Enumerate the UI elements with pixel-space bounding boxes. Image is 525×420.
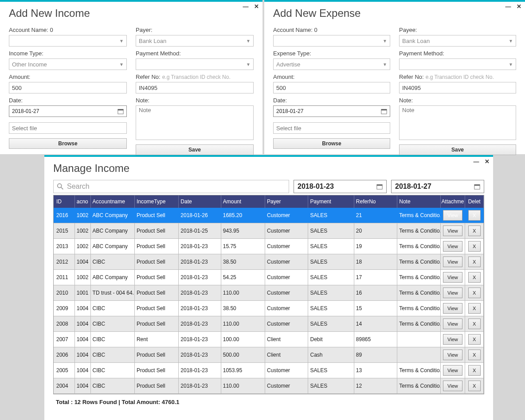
col-amount[interactable]: Amount (221, 195, 265, 208)
cell-delete: X (465, 239, 484, 254)
cell-note: Terms & Conditio... (397, 239, 440, 254)
delete-button[interactable]: X (468, 303, 481, 314)
refer-no-input[interactable] (136, 82, 254, 93)
amount-input[interactable] (273, 82, 390, 93)
view-button[interactable]: View (443, 334, 462, 345)
close-button[interactable]: ✕ (515, 3, 522, 10)
account-name-combo[interactable]: ▼ (273, 35, 390, 47)
col-id[interactable]: ID (54, 195, 75, 208)
delete-button[interactable]: X (468, 319, 481, 329)
payer-combo[interactable]: Bank Loan▼ (136, 35, 254, 47)
col-delete[interactable]: Delet (465, 195, 484, 208)
browse-button[interactable]: Browse (273, 138, 390, 149)
close-button[interactable]: ✕ (483, 158, 490, 165)
account-name-label: Account Name: 0 (273, 27, 390, 33)
delete-button[interactable]: X (468, 334, 481, 345)
date-input[interactable]: 2018-01-27 (9, 105, 127, 117)
table-row[interactable]: 20081004CIBCProduct Sell2018-01-23110.00… (54, 316, 484, 332)
table-row[interactable]: 20151002ABC CompanyProduct Sell2018-01-2… (54, 223, 484, 239)
cell-note: Terms & Conditio... (397, 285, 440, 300)
delete-button[interactable]: X (468, 257, 481, 267)
view-button[interactable]: View (443, 303, 462, 314)
delete-button[interactable]: X (468, 350, 481, 360)
table-row[interactable]: 20131002ABC CompanyProduct Sell2018-01-2… (54, 239, 484, 254)
cell-id: 2008 (54, 316, 75, 331)
search-input[interactable]: Search (53, 180, 289, 193)
view-button[interactable]: View (443, 226, 462, 236)
view-button[interactable]: View (443, 241, 462, 252)
cell-acno: 1004 (75, 378, 91, 393)
col-attachment[interactable]: Attachme (441, 195, 466, 208)
cell-id: 2010 (54, 285, 75, 300)
view-button[interactable]: View (443, 257, 462, 267)
minimize-button[interactable]: — (473, 158, 480, 165)
table-row[interactable]: 20161002ABC CompanyProduct Sell2018-01-2… (54, 208, 484, 223)
cell-amount: 15.75 (221, 239, 265, 254)
view-button[interactable]: View (443, 350, 462, 360)
cell-date: 2018-01-26 (179, 208, 221, 223)
table-row[interactable]: 20071004CIBCRent2018-01-23100.00ClientDe… (54, 332, 484, 347)
table-row[interactable]: 20061004CIBCProduct Sell2018-01-23500.00… (54, 347, 484, 363)
cell-accountname: ABC Company (91, 270, 135, 285)
browse-button[interactable]: Browse (9, 138, 127, 149)
table-row[interactable]: 20121004CIBCProduct Sell2018-01-2338.50C… (54, 254, 484, 270)
refer-no-input[interactable] (399, 82, 516, 93)
cell-id: 2004 (54, 378, 75, 393)
amount-input[interactable] (9, 82, 127, 93)
delete-button[interactable]: X (468, 226, 481, 236)
expense-type-label: Expense Type: (273, 50, 390, 57)
col-note[interactable]: Note (397, 195, 440, 208)
svg-line-5 (61, 187, 63, 190)
view-button[interactable]: View (443, 365, 462, 376)
view-button[interactable]: View (443, 210, 462, 221)
expense-type-combo[interactable]: Advertise▼ (273, 58, 390, 70)
delete-button[interactable]: X (468, 210, 481, 221)
cell-attachment: View (441, 285, 466, 300)
cell-payer: Customer (265, 223, 308, 238)
note-label: Note: (136, 97, 254, 104)
date-input[interactable]: 2018-01-27 (273, 105, 390, 117)
delete-button[interactable]: X (468, 381, 481, 391)
view-button[interactable]: View (443, 319, 462, 329)
minimize-button[interactable]: — (242, 3, 249, 10)
col-incometype[interactable]: IncomeType (135, 195, 179, 208)
file-input[interactable] (9, 122, 127, 134)
delete-button[interactable]: X (468, 365, 481, 376)
file-input[interactable] (273, 122, 390, 134)
payment-method-combo[interactable]: ▼ (399, 58, 516, 70)
save-button[interactable]: Save (399, 144, 516, 155)
view-button[interactable]: View (443, 288, 462, 298)
payee-combo[interactable]: Bank Loan▼ (399, 35, 516, 47)
delete-button[interactable]: X (468, 241, 481, 252)
col-acno[interactable]: acno (75, 195, 91, 208)
delete-button[interactable]: X (468, 272, 481, 283)
table-row[interactable]: 20091004CIBCProduct Sell2018-01-2338.50C… (54, 301, 484, 316)
col-accountname[interactable]: Accountname (91, 195, 135, 208)
col-payer[interactable]: Payer (265, 195, 308, 208)
payment-method-combo[interactable]: ▼ (136, 58, 254, 70)
cell-payment: SALES (308, 239, 354, 254)
col-payment[interactable]: Payment (308, 195, 354, 208)
account-name-combo[interactable]: ▼ (9, 35, 127, 47)
cell-id: 2011 (54, 270, 75, 285)
date-to-input[interactable]: 2018-01-27 (391, 180, 484, 193)
save-button[interactable]: Save (136, 144, 254, 155)
col-date[interactable]: Date (179, 195, 221, 208)
minimize-button[interactable]: — (505, 3, 512, 10)
table-row[interactable]: 20041004CIBCProduct Sell2018-01-23110.00… (54, 378, 484, 394)
delete-button[interactable]: X (468, 288, 481, 298)
close-button[interactable]: ✕ (253, 3, 260, 10)
table-row[interactable]: 20101001TD trust - 004 64...Product Sell… (54, 285, 484, 301)
note-textarea[interactable] (136, 105, 254, 140)
view-button[interactable]: View (443, 272, 462, 283)
cell-id: 2007 (54, 332, 75, 347)
date-from-input[interactable]: 2018-01-23 (294, 180, 387, 193)
income-type-combo[interactable]: Other Income▼ (9, 58, 127, 70)
col-referno[interactable]: ReferNo (354, 195, 397, 208)
table-row[interactable]: 20051004CIBCProduct Sell2018-01-231053.9… (54, 363, 484, 378)
chevron-down-icon: ▼ (383, 62, 387, 67)
amount-label: Amount: (9, 74, 127, 80)
note-textarea[interactable] (399, 105, 516, 140)
table-row[interactable]: 20111002ABC CompanyProduct Sell2018-01-2… (54, 270, 484, 285)
view-button[interactable]: View (443, 381, 462, 391)
